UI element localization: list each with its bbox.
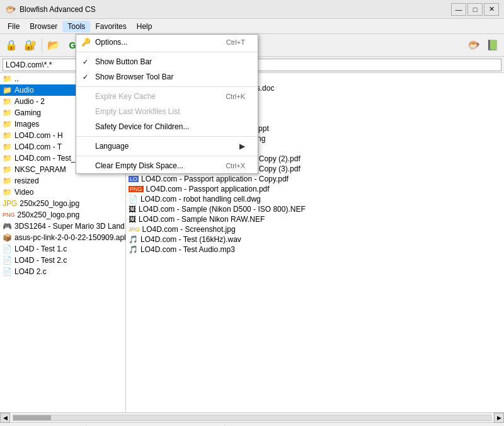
menu-expire-key-cache: Expire Key Cache Ctrl+K [76,89,258,104]
file-icon-logo-png: PNG [3,212,15,218]
folder-button[interactable]: 📂 [45,37,62,54]
scroll-left-btn[interactable]: ◀ [0,413,10,423]
minimize-button[interactable]: — [451,3,466,16]
file-item-r14[interactable]: 🖼 LO4D.com - Sample (Nikon D500 - ISO 80… [126,204,504,214]
file-icon-logo-jpg: JPG [3,199,17,208]
folder-icon-lo4d-test: 📁 [3,154,12,163]
folder-icon-resized: 📁 [3,176,12,185]
menu-show-browser-toolbar[interactable]: Show Browser Tool Bar [76,69,258,84]
lock-button[interactable]: 🔒 [3,37,20,54]
options-icon: 🔑 [81,38,91,47]
menu-favorites[interactable]: Favorites [90,21,131,32]
parent-icon: 📁 [3,74,12,83]
folder-icon-images: 📁 [3,120,12,129]
options-shortcut: Ctrl+T [226,38,245,46]
close-button[interactable]: ✕ [484,3,499,16]
sep4 [76,156,258,156]
tree-item-resized[interactable]: 📁 resized [0,175,125,187]
tree-item-apk[interactable]: 📦 asus-pc-link-2-0-0-22-150909.apk [0,232,125,243]
clear-disk-shortcut: Ctrl+X [226,162,245,170]
file-icon-lo4d2c: 📄 [3,267,12,276]
menu-file[interactable]: File [3,21,25,32]
app-title: Blowfish Advanced CS [20,5,96,14]
file-item-r13[interactable]: 📄 LO4D.com - robot handling cell.dwg [126,194,504,204]
file-icon-r17: 🎵 [129,235,138,244]
file-icon-r18: 🎵 [129,245,138,254]
sep2 [76,86,258,87]
file-item-r15[interactable]: 🖼 LO4D.com - Sample Nikon RAW.NEF [126,214,504,224]
file-icon-r15: 🖼 [129,215,136,224]
expire-shortcut: Ctrl+K [226,93,245,100]
menu-bar: File Browser Tools Favorites Help 🔑 Opti… [0,19,504,34]
menu-clear-disk-space[interactable]: Clear Empty Disk Space... Ctrl+X [76,158,258,173]
horizontal-scrollbar[interactable]: ◀ ▶ [0,412,504,422]
folder-icon-audio2: 📁 [3,97,12,106]
tree-item-test2c[interactable]: 📄 LO4D - Test 2.c [0,255,125,266]
file-icon-apk: 📦 [3,233,12,242]
maximize-button[interactable]: □ [467,3,483,16]
folder-icon-lo4d-h: 📁 [3,131,12,140]
folder-icon-lo4d-t: 📁 [3,142,12,151]
file-item-r12[interactable]: PNG LO4D.com - Passport application.pdf [126,184,504,194]
file-item-r16[interactable]: JPG LO4D.com - Screenshot.jpg [126,224,504,234]
tree-item-lo4d2c[interactable]: 📄 LO4D 2.c [0,266,125,277]
folder-icon-video: 📁 [3,188,12,197]
file-item-r11[interactable]: LO LO4D.com - Passport application - Cop… [126,174,504,184]
file-badge-r11: LO [129,176,139,182]
file-icon-3ds: 🎮 [3,222,12,231]
tree-item-video[interactable]: 📁 Video [0,187,125,198]
menu-options[interactable]: 🔑 Options... Ctrl+T [76,35,258,50]
tree-item-logo-png[interactable]: PNG 250x250_logo.png [0,209,125,221]
file-icon-r16: JPG [129,226,140,233]
scroll-track[interactable] [13,415,491,421]
help-icon-button[interactable]: 📗 [484,37,501,54]
file-icon-r13: 📄 [129,195,138,204]
tree-item-logo-jpg[interactable]: JPG 250x250_logo.jpg [0,198,125,209]
file-item-r18[interactable]: 🎵 LO4D.com - Test Audio.mp3 [126,245,504,255]
sep1 [76,52,258,52]
tree-item-test1c[interactable]: 📄 LO4D - Test 1.c [0,243,125,255]
title-bar-controls: — □ ✕ [451,3,499,16]
sep3 [76,136,258,137]
app-icon: 🐡 [5,4,16,14]
file-icon-test2c: 📄 [3,256,12,265]
lock2-button[interactable]: 🔐 [21,37,39,54]
file-icon-test1c: 📄 [3,245,12,253]
tools-dropdown: 🔑 Options... Ctrl+T Show Button Bar Show… [76,34,258,174]
file-icon-r14: 🖼 [129,205,136,214]
file-badge-r12: PNG [129,186,144,192]
menu-safety-device[interactable]: Safety Device for Children... [76,119,258,134]
folder-icon-audio: 📁 [3,86,12,95]
status-bar: 10 folder(s), 38 file(s) 1 object(s) sel… [0,422,504,426]
scroll-thumb [13,415,51,420]
folder-icon-gaming: 📁 [3,108,12,117]
menu-language[interactable]: Language ▶ [76,139,258,154]
menu-browser[interactable]: Browser [25,21,62,32]
file-item-r17[interactable]: 🎵 LO4D.com - Test (16kHz).wav [126,234,504,245]
menu-show-button-bar[interactable]: Show Button Bar [76,54,258,69]
tree-item-3ds[interactable]: 🎮 3DS1264 - Super Mario 3D Land.3ds [0,221,125,232]
menu-help[interactable]: Help [132,21,158,32]
scroll-right-btn[interactable]: ▶ [494,413,504,423]
submenu-arrow: ▶ [239,142,245,151]
folder-icon-nksc: 📁 [3,165,12,174]
title-bar-left: 🐡 Blowfish Advanced CS [5,4,96,14]
menu-empty-workfiles: Empty Last Workfiles List [76,104,258,119]
fish-button[interactable]: 🐡 [465,37,483,54]
toolbar-sep1 [42,38,42,52]
title-bar: 🐡 Blowfish Advanced CS — □ ✕ [0,0,504,19]
menu-tools[interactable]: Tools [62,21,90,32]
